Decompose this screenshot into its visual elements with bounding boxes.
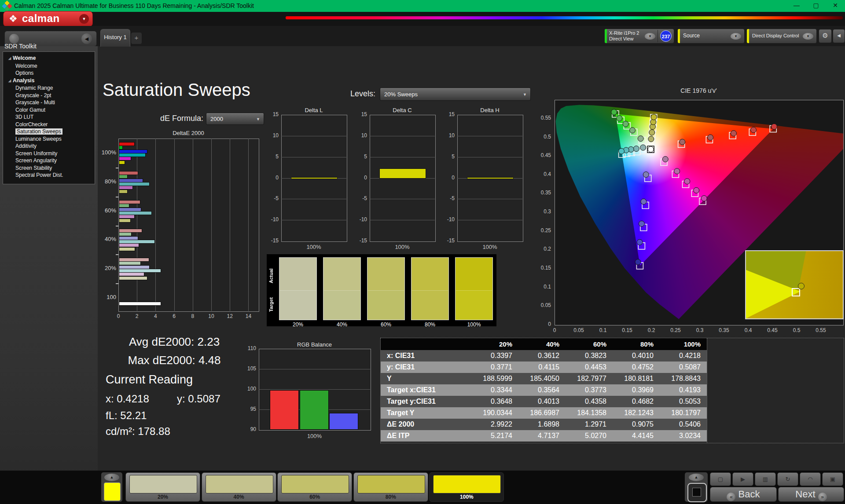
row-label: Target Y [381,407,471,419]
cell-value: 0.3773 [566,384,613,396]
sidebar-item-dynamic-range[interactable]: Dynamic Range [3,84,95,92]
stop-button[interactable] [687,483,707,502]
cie-ytick: 0.3 [522,208,551,215]
level-swatch [281,475,349,493]
cie-ytick: 0.45 [522,152,551,158]
level-button-40%[interactable]: 40% [202,472,276,502]
deltae-group-label: 80% [99,178,116,185]
display-control-dropdown[interactable]: Direct Display Control ▼ [746,29,817,44]
levels-select[interactable]: 20% Sweeps▼ [380,88,531,101]
sidebar-item-spectral-power-dist-[interactable]: Spectral Power Dist. [3,172,95,179]
actual-swatch [455,257,493,290]
sidebar-item-color-gamut[interactable]: Color Gamut [3,106,95,114]
cie-ytick: 0.4 [522,171,551,177]
swatch-100%: 100% [455,257,493,326]
sidebar-item-grayscale-multi[interactable]: Grayscale - Multi [3,99,95,106]
calman-app-window: Calman 2025 Calman Ultimate for Business… [0,0,845,504]
screen-button[interactable]: ▢ [710,472,731,486]
curve-button[interactable]: ◠ [800,472,821,486]
target-label: Target [268,291,276,318]
delta-c-title: Delta C [370,107,435,113]
minimize-button[interactable]: — [787,0,806,12]
table-header-row: 20%40%60%80%100% [381,338,707,350]
meter-dropdown[interactable]: X-Rite i1Pro 2 Direct View ▼ 237 [604,29,674,44]
title-bar: Calman 2025 Calman Ultimate for Business… [0,0,845,12]
sidebar-item-welcome[interactable]: ◢Welcome [3,55,95,62]
delta-xlabel: 100% [370,244,435,250]
level-button-20%[interactable]: 20% [125,472,200,502]
sidebar-item-analysis[interactable]: ◢Analysis [3,77,95,85]
sidebar-item-grayscale-2pt[interactable]: Grayscale - 2pt [3,92,95,99]
target-button[interactable]: ▣ [822,472,843,486]
actual-swatch [279,257,317,290]
cie-chart-title: CIE 1976 u'v' [555,87,843,94]
calman-menu-button[interactable]: ❖ calman ▼ [3,11,93,27]
sidebar-item-luminance-sweeps[interactable]: Luminance Sweeps [3,135,95,143]
add-tab-button[interactable]: + [131,33,142,44]
cell-value: 0.5087 [660,362,707,373]
delta-ytick: 5 [440,153,455,160]
table-row: ΔE ITP5.21744.71375.02704.41453.0234 [381,430,707,442]
source-status-indicator [678,29,680,43]
actual-label: Actual [268,260,276,291]
swatch-label: 20% [279,321,317,328]
source-dropdown[interactable]: Source ▼ [677,29,745,44]
deltae-xtick: 0 [113,313,124,319]
sidebar-item-colorchecker[interactable]: ColorChecker [3,121,95,128]
cell-value: 0.4193 [660,384,707,396]
level-button-label: 80% [354,494,428,500]
sidebar-item-additivity[interactable]: Additivity [3,142,95,150]
sidebar-item-welcome[interactable]: Welcome [3,62,95,70]
cie-xtick: 0.1 [594,327,612,333]
settings-button[interactable]: ⚙ [819,29,832,43]
collapse-sidebar-icon[interactable]: ◀ [81,33,92,44]
transport-panel: ▲ [685,472,708,502]
cie-xtick: 0 [546,327,563,333]
cell-value: 0.5406 [660,419,707,430]
gear-icon: ⚙ [822,32,828,39]
deltae-xtick: 4 [150,313,161,319]
patch-panel-up-icon[interactable]: ▲ [104,474,119,481]
back-button[interactable]: « Back [710,487,777,502]
rgb-ytick: 95 [239,406,256,412]
sidebar-item-saturation-sweeps[interactable]: Saturation Sweeps [3,128,95,135]
sidebar-item-screen-uniformity[interactable]: Screen Uniformity [3,150,95,157]
sidebar-item-options[interactable]: Options [3,69,95,77]
delta-ytick: -5 [264,195,279,201]
deltae-chart-title: DeltaE 2000 [118,130,258,136]
record-dot-icon[interactable] [9,34,19,44]
target-swatch [411,290,449,320]
tab-history-1[interactable]: History 1 [100,29,130,47]
maximize-button[interactable]: ▢ [806,0,826,12]
next-button[interactable]: Next » [778,487,844,502]
cell-value: 0.4358 [566,396,613,407]
cell-value: 0.4010 [613,350,660,362]
de-formula-select[interactable]: 2000▼ [206,113,264,125]
next-label: Next [795,489,815,500]
delta-xlabel: 100% [457,244,522,250]
sidebar-item-3d-lut[interactable]: 3D LUT [3,113,95,121]
level-button-80%[interactable]: 80% [353,472,428,502]
sidebar-item-screen-angularity[interactable]: Screen Angularity [3,157,95,164]
collapse-panel-button[interactable]: ◀ [833,29,845,43]
deltae-xtick: 14 [243,313,254,319]
cell-value: 4.7137 [518,430,566,442]
levels-button[interactable]: ▥ [755,472,776,486]
inset-measured-dot [798,283,805,289]
level-button-100%[interactable]: 100% [429,472,504,502]
level-button-60%[interactable]: 60% [277,472,352,502]
sidebar-item-screen-stability[interactable]: Screen Stability [3,164,95,172]
delta-ytick: 15 [440,111,455,117]
loop-button[interactable]: ↻ [777,472,798,486]
cell-value: 0.3612 [518,350,566,362]
zoom-inset [745,250,844,319]
deltae-xtick: 12 [224,313,235,319]
cell-value: 0.4453 [566,362,613,373]
close-button[interactable]: ✕ [826,0,845,12]
expand-icon[interactable]: ◢ [8,77,13,85]
play-button[interactable]: ▶ [732,472,753,486]
transport-up-icon[interactable]: ▲ [689,474,704,481]
expand-icon[interactable]: ◢ [8,55,13,62]
level-button-label: 100% [430,494,503,500]
display-control-label: Direct Display Control [752,33,799,38]
